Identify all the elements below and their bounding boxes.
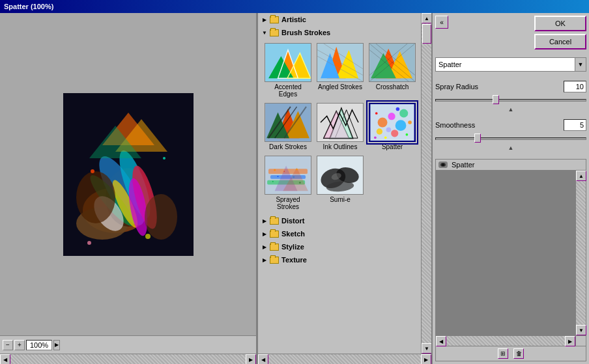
eye-icon[interactable]	[438, 161, 448, 168]
texture-label: Texture	[281, 256, 307, 264]
preview-h-scroll-track	[446, 336, 565, 346]
cancel-button[interactable]: Cancel	[534, 34, 586, 49]
sketch-folder-icon	[270, 231, 279, 238]
filter-name-ink-outlines: Ink Outlines	[323, 143, 358, 150]
smoothness-slider-container	[435, 133, 586, 145]
smoothness-arrow-icon: ▲	[435, 145, 586, 151]
svg-point-61	[399, 109, 408, 117]
spray-radius-thumb[interactable]	[493, 95, 499, 104]
filter-scroll-left-btn[interactable]: ◀	[258, 354, 268, 364]
filter-panel: Artistic Brush Strokes	[257, 13, 433, 364]
collapse-panel-button[interactable]: «	[435, 16, 448, 29]
svg-point-77	[278, 176, 279, 177]
svg-point-58	[388, 113, 395, 120]
scroll-up-button[interactable]: ▲	[422, 13, 431, 23]
filter-thumb-sprayed-strokes	[265, 156, 311, 195]
zoom-display: 100%	[26, 340, 52, 350]
filter-spatter[interactable]: Spatter	[367, 102, 417, 152]
svg-point-59	[395, 120, 407, 131]
preview-area	[0, 13, 256, 335]
brush-strokes-arrow-icon	[261, 29, 268, 36]
svg-point-65	[406, 133, 409, 136]
svg-point-63	[386, 127, 391, 132]
preview-v-scroll-track	[576, 181, 586, 325]
preview-h-scrollbar-bottom: ◀ ▶	[436, 335, 575, 346]
svg-point-17	[163, 157, 165, 160]
preview-image	[63, 93, 194, 256]
filter-ink-outlines[interactable]: Ink Outlines	[315, 102, 365, 152]
zoom-arrow-button[interactable]: ▶	[53, 340, 60, 350]
filter-name-accented-edges: Accented Edges	[265, 83, 311, 98]
scroll-down-button[interactable]: ▼	[422, 343, 431, 354]
filter-scroll-right-btn[interactable]: ▶	[421, 354, 431, 364]
preview-h-scroll-right-btn[interactable]: ▶	[565, 336, 575, 346]
preview-toolbar: − + 100% ▶	[0, 335, 256, 354]
distort-arrow-icon	[261, 217, 268, 225]
category-distort[interactable]: Distort	[258, 214, 421, 227]
category-artistic[interactable]: Artistic	[258, 13, 421, 26]
filter-sprayed-strokes[interactable]: Sprayed Strokes	[263, 154, 313, 212]
preview-action-icon-2[interactable]: 🗑	[513, 348, 524, 359]
window-title: Spatter (100%)	[4, 3, 53, 10]
spray-radius-slider-container	[435, 94, 586, 106]
preview-scroll-up-btn[interactable]: ▲	[576, 171, 586, 181]
filter-thumb-accented-edges	[265, 43, 311, 82]
category-sketch[interactable]: Sketch	[258, 227, 421, 240]
scroll-left-button[interactable]: ◀	[0, 354, 10, 364]
filter-grid: Accented Edges	[258, 39, 421, 214]
smoothness-value[interactable]: 5	[564, 119, 586, 131]
category-texture[interactable]: Texture	[258, 253, 421, 266]
filter-accented-edges[interactable]: Accented Edges	[263, 42, 313, 99]
stylize-folder-icon	[270, 244, 279, 251]
filter-name-spatter: Spatter	[382, 143, 403, 150]
filter-angled-strokes[interactable]: Angled Strokes	[315, 42, 365, 99]
preview-icons-row: ⊞ 🗑	[435, 346, 586, 361]
filter-sumi-e[interactable]: Sumi-e	[315, 154, 365, 212]
brush-strokes-folder-icon	[270, 29, 279, 36]
category-brush-strokes[interactable]: Brush Strokes	[258, 26, 421, 39]
svg-point-79	[272, 181, 274, 182]
filter-name-angled-strokes: Angled Strokes	[318, 83, 362, 91]
spray-radius-label: Spray Radius	[435, 83, 478, 91]
filter-dropdown-display[interactable]: Spatter	[435, 57, 575, 72]
filter-dropdown-button[interactable]: ▼	[575, 57, 586, 72]
svg-point-16	[91, 169, 94, 173]
filter-dark-strokes[interactable]: Dark Strokes	[263, 102, 313, 152]
filter-name-dark-strokes: Dark Strokes	[269, 143, 307, 150]
preview-action-icon-1[interactable]: ⊞	[498, 348, 508, 359]
filter-selector-row: Spatter ▼	[435, 57, 586, 72]
filter-name-sprayed-strokes: Sprayed Strokes	[265, 196, 311, 210]
smoothness-thumb[interactable]	[474, 133, 481, 143]
smoothness-track	[435, 137, 586, 140]
distort-label: Distort	[281, 217, 304, 225]
spray-radius-value[interactable]: 10	[564, 81, 586, 92]
svg-point-74	[274, 169, 276, 171]
action-buttons: OK Cancel	[534, 16, 586, 49]
svg-point-18	[145, 234, 151, 239]
scroll-right-button[interactable]: ▶	[246, 354, 256, 364]
bottom-preview-section: Spatter ▲ ▼ ◀ ▶	[435, 159, 586, 361]
svg-point-66	[396, 107, 400, 111]
scroll-corner	[575, 335, 586, 346]
filter-h-scroll-track	[268, 354, 421, 364]
h-scroll-track	[10, 354, 246, 364]
svg-point-62	[391, 130, 398, 137]
artistic-arrow-icon	[261, 16, 268, 23]
filter-crosshatch[interactable]: Crosshatch	[367, 42, 417, 99]
preview-header: Spatter	[435, 159, 586, 170]
filter-content: Artistic Brush Strokes	[258, 13, 431, 325]
filter-h-scrollbar: ◀ ▶	[258, 354, 431, 364]
ok-button[interactable]: OK	[534, 16, 586, 31]
preview-box: ▲ ▼ ◀ ▶	[435, 170, 586, 346]
preview-scroll-down-btn[interactable]: ▼	[576, 325, 586, 335]
smoothness-label: Smoothness	[435, 121, 475, 129]
v-scroll-thumb[interactable]	[422, 24, 431, 44]
zoom-minus-button[interactable]: −	[3, 340, 13, 350]
zoom-plus-button[interactable]: +	[14, 340, 25, 350]
filter-empty-area	[258, 266, 421, 325]
category-stylize[interactable]: Stylize	[258, 240, 421, 253]
stylize-arrow-icon	[261, 243, 268, 251]
brush-strokes-label: Brush Strokes	[281, 29, 330, 36]
preview-h-scroll-left-btn[interactable]: ◀	[436, 336, 446, 346]
svg-point-12	[145, 194, 177, 240]
